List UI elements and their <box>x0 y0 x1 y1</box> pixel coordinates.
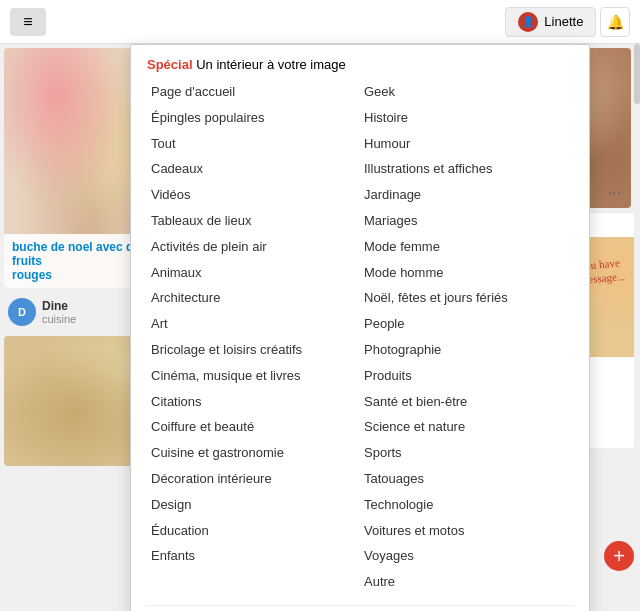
dropdown-item[interactable]: Mode homme <box>360 261 573 286</box>
dropdown-item[interactable]: Illustrations et affiches <box>360 157 573 182</box>
hamburger-icon: ≡ <box>23 13 32 31</box>
profile-info: Dine cuisine <box>42 299 76 325</box>
dropdown-item[interactable]: Art <box>147 312 360 337</box>
dropdown-item[interactable]: Noël, fêtes et jours fériés <box>360 286 573 311</box>
dots-icon: ... <box>608 180 621 198</box>
dropdown-item[interactable]: Animaux <box>147 261 360 286</box>
dropdown-item[interactable]: Épingles populaires <box>147 106 360 131</box>
dropdown-item[interactable]: Architecture <box>147 286 360 311</box>
dropdown-item[interactable]: Technologie <box>360 493 573 518</box>
dropdown-footer: À propos · Blog · Professionnels · Offre… <box>147 605 573 611</box>
dropdown-item[interactable]: Produits <box>360 364 573 389</box>
header-left: ≡ <box>10 8 46 36</box>
notification-icon: 🔔 <box>607 14 624 30</box>
header: ≡ 👤 Linette 🔔 <box>0 0 640 44</box>
dropdown-item[interactable]: Voyages <box>360 544 573 569</box>
dropdown-item[interactable]: Activités de plein air <box>147 235 360 260</box>
scrollbar[interactable] <box>634 44 640 611</box>
dropdown-item[interactable]: Citations <box>147 390 360 415</box>
dropdown-item[interactable]: Décoration intérieure <box>147 467 360 492</box>
dropdown-item[interactable]: Coiffure et beauté <box>147 415 360 440</box>
special-label: Spécial <box>147 57 193 72</box>
dropdown-item[interactable]: Cinéma, musique et livres <box>147 364 360 389</box>
dropdown-item[interactable]: Voitures et motos <box>360 519 573 544</box>
dropdown-item[interactable]: Geek <box>360 80 573 105</box>
scrollbar-thumb[interactable] <box>634 44 640 104</box>
dropdown-item[interactable]: Humour <box>360 132 573 157</box>
dropdown-item[interactable]: Sports <box>360 441 573 466</box>
notification-button[interactable]: 🔔 <box>600 7 630 37</box>
dropdown-special-row: Spécial Un intérieur à votre image <box>147 57 573 72</box>
dropdown-item[interactable]: Cuisine et gastronomie <box>147 441 360 466</box>
dropdown-item[interactable]: Mode femme <box>360 235 573 260</box>
add-button[interactable]: + <box>604 541 634 571</box>
menu-button[interactable]: ≡ <box>10 8 46 36</box>
special-desc: Un intérieur à votre image <box>196 57 346 72</box>
dropdown-item[interactable]: Tout <box>147 132 360 157</box>
category-dropdown: Spécial Un intérieur à votre image Page … <box>130 44 590 611</box>
dropdown-item[interactable]: Enfants <box>147 544 360 569</box>
dropdown-item[interactable]: Tableaux de lieux <box>147 209 360 234</box>
user-button[interactable]: 👤 Linette <box>505 7 596 37</box>
dropdown-item[interactable]: Vidéos <box>147 183 360 208</box>
user-name: Linette <box>544 14 583 29</box>
dropdown-item[interactable]: Jardinage <box>360 183 573 208</box>
dropdown-item[interactable]: Mariages <box>360 209 573 234</box>
dropdown-item[interactable]: Page d'accueil <box>147 80 360 105</box>
dropdown-item[interactable]: Éducation <box>147 519 360 544</box>
dropdown-item[interactable]: Design <box>147 493 360 518</box>
dropdown-item[interactable]: Autre <box>360 570 573 595</box>
dropdown-item[interactable]: Bricolage et loisirs créatifs <box>147 338 360 363</box>
dropdown-item[interactable]: Santé et bien-être <box>360 390 573 415</box>
dropdown-item[interactable]: People <box>360 312 573 337</box>
dropdown-col-right: GeekHistoireHumourIllustrations et affic… <box>360 80 573 595</box>
profile-sub: cuisine <box>42 313 76 325</box>
dropdown-item[interactable]: Photographie <box>360 338 573 363</box>
avatar: D <box>8 298 36 326</box>
dropdown-columns: Page d'accueilÉpingles populairesToutCad… <box>147 80 573 595</box>
profile-name: Dine <box>42 299 76 313</box>
dropdown-item[interactable]: Cadeaux <box>147 157 360 182</box>
dropdown-item[interactable]: Science et nature <box>360 415 573 440</box>
avatar: 👤 <box>518 12 538 32</box>
dropdown-item[interactable]: Tatouages <box>360 467 573 492</box>
dropdown-col-left: Page d'accueilÉpingles populairesToutCad… <box>147 80 360 595</box>
dropdown-item[interactable]: Histoire <box>360 106 573 131</box>
